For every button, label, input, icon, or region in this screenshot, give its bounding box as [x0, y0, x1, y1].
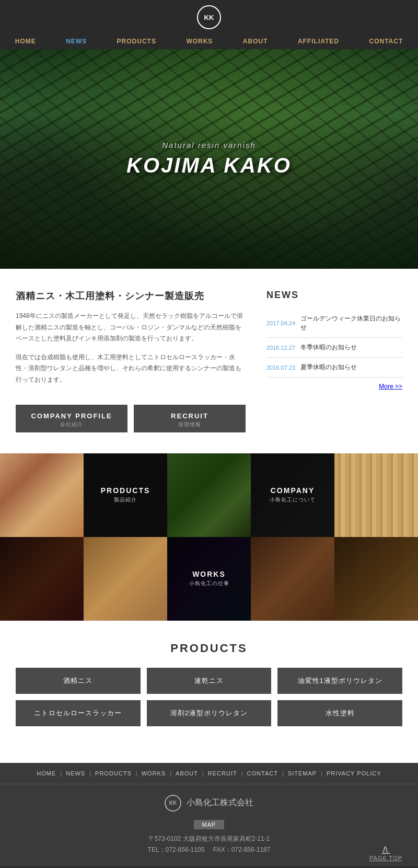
sep-2: |	[89, 770, 91, 776]
news-item-2: 2016.12.27 冬季休暇のお知らせ	[266, 338, 402, 358]
news-date-3: 2016.07.23	[266, 364, 295, 371]
sep-8: |	[321, 770, 322, 776]
product-item-1[interactable]: 酒精ニス	[16, 668, 141, 694]
left-column: 酒精ニス・木工用塗料・シンナー製造販売 1948年にニスの製造メーカーとして発足…	[16, 290, 246, 432]
company-heading: 酒精ニス・木工用塗料・シンナー製造販売	[16, 290, 246, 302]
products-label-sub: 製品紹介	[101, 496, 150, 504]
products-label: PRODUCTS 製品紹介	[101, 486, 150, 504]
grid-cell-products[interactable]: PRODUCTS 製品紹介	[84, 453, 167, 537]
footer-company-name: 小島化工株式会社	[187, 797, 253, 808]
nav-about[interactable]: ABOUT	[243, 38, 268, 45]
hero-title: KOJIMA KAKO	[126, 154, 292, 177]
footer-nav-products[interactable]: PRODUCTS	[95, 770, 132, 776]
map-badge[interactable]: MAP	[194, 820, 225, 829]
product-item-5[interactable]: 溶剤2液型ポリウレタン	[147, 700, 272, 726]
products-section: PRODUCTS 酒精ニス 速乾ニス 油変性1液型ポリウレタン ニトロセルロース…	[0, 621, 418, 747]
page-top-button[interactable]: ∧ PAGE TOP	[369, 842, 402, 861]
recruit-btn-label: RECRUIT	[171, 412, 208, 420]
page-top-arrow-icon: ∧	[369, 842, 402, 855]
footer-address: 〒573-0102 大阪府枚方市長尾家具町2-11-1 TEL：072-856-…	[10, 833, 408, 856]
footer-logo-text: KK	[169, 800, 177, 806]
grid-cell-lamp[interactable]	[334, 537, 418, 621]
news-date-1: 2017.04.24	[266, 320, 295, 326]
grid-cell-forest[interactable]	[167, 453, 251, 537]
grid-cell-stripe[interactable]	[334, 453, 418, 537]
footer-info: KK 小島化工株式会社 MAP 〒573-0102 大阪府枚方市長尾家具町2-1…	[0, 784, 418, 866]
footer-logo: KK	[165, 795, 181, 812]
footer-nav-sitemap[interactable]: SITEMAP	[288, 770, 317, 776]
footer-nav-works[interactable]: WORKS	[142, 770, 166, 776]
products-grid: 酒精ニス 速乾ニス 油変性1液型ポリウレタン ニトロセルロースラッカー 溶剤2液…	[16, 668, 402, 726]
footer-nav-about[interactable]: ABOUT	[176, 770, 198, 776]
company-profile-button[interactable]: COMPANY PROFILE 会社紹介	[16, 405, 127, 432]
sep-7: |	[282, 770, 284, 776]
recruit-button[interactable]: RECRUIT 採用情報	[134, 405, 246, 432]
grid-cell-table[interactable]	[84, 537, 167, 621]
hero-section: Natural resin varnish KOJIMA KAKO	[0, 49, 418, 269]
logo-text: KK	[204, 14, 214, 21]
grid-cell-violin[interactable]	[0, 537, 84, 621]
company-label-sub: 小島化工について	[270, 496, 316, 504]
products-heading: PRODUCTS	[16, 642, 402, 655]
profile-btn-sub: 会社紹介	[21, 421, 122, 428]
hero-subtitle: Natural resin varnish	[126, 141, 292, 150]
footer-nav: HOME | NEWS | PRODUCTS | WORKS | ABOUT |…	[0, 763, 418, 784]
news-text-1: ゴールデンウィーク休業日のお知らせ	[300, 314, 402, 332]
footer-logo-area: KK 小島化工株式会社	[10, 795, 408, 812]
grid-cell-wood[interactable]	[0, 453, 84, 537]
product-item-6[interactable]: 水性塗料	[277, 700, 402, 726]
news-text-3: 夏季休暇のお知らせ	[300, 363, 357, 372]
news-item-3: 2016.07.23 夏季休暇のお知らせ	[266, 358, 402, 378]
product-item-4[interactable]: ニトロセルロースラッカー	[16, 700, 141, 726]
right-column: NEWS 2017.04.24 ゴールデンウィーク休業日のお知らせ 2016.1…	[266, 290, 402, 432]
product-item-3[interactable]: 油変性1液型ポリウレタン	[277, 668, 402, 694]
nav-products[interactable]: PRODUCTS	[117, 38, 156, 45]
hero-content: Natural resin varnish KOJIMA KAKO	[126, 141, 292, 177]
footer-tel: TEL：072-856-1105	[148, 846, 205, 853]
product-item-2[interactable]: 速乾ニス	[147, 668, 272, 694]
grid-cell-curve[interactable]	[251, 537, 334, 621]
sep-3: |	[136, 770, 137, 776]
footer-nav-privacy[interactable]: PRIVACY POLICY	[327, 770, 381, 776]
site-header: KK HOME NEWS PRODUCTS WORKS ABOUT AFFILI…	[0, 0, 418, 49]
footer-nav-home[interactable]: HOME	[37, 770, 56, 776]
nav-works[interactable]: WORKS	[186, 38, 213, 45]
footer-nav-contact[interactable]: CONTACT	[247, 770, 278, 776]
image-grid: PRODUCTS 製品紹介 COMPANY 小島化工について WORKS 小島	[0, 453, 418, 621]
footer-nav-news[interactable]: NEWS	[66, 770, 85, 776]
news-text-2: 冬季休暇のお知らせ	[300, 343, 357, 352]
news-item-1: 2017.04.24 ゴールデンウィーク休業日のお知らせ	[266, 309, 402, 338]
works-label: WORKS 小島化工の仕事	[189, 570, 229, 587]
news-date-2: 2016.12.27	[266, 345, 295, 351]
nav-news[interactable]: NEWS	[66, 38, 87, 45]
body-text-2: 現在では合成樹脂も使用し、木工用塗料としてニトロセルロースラッカー・水性・溶剤型…	[16, 352, 246, 386]
profile-btn-label: COMPANY PROFILE	[31, 412, 112, 420]
news-more-link[interactable]: More >>	[379, 383, 402, 390]
recruit-btn-sub: 採用情報	[139, 421, 240, 428]
products-label-main: PRODUCTS	[101, 486, 150, 495]
footer-tel-fax: TEL：072-856-1105 FAX：072-856-1187	[10, 844, 408, 856]
nav-home[interactable]: HOME	[15, 38, 36, 45]
footer-address-line: 〒573-0102 大阪府枚方市長尾家具町2-11-1	[10, 833, 408, 845]
page-top-label: PAGE TOP	[369, 855, 402, 861]
main-section: 酒精ニス・木工用塗料・シンナー製造販売 1948年にニスの製造メーカーとして発足…	[0, 269, 418, 453]
sep-5: |	[202, 770, 204, 776]
body-text-1: 1948年にニスの製造メーカーとして発足し、天然セラック樹脂をアルコールで溶解し…	[16, 311, 246, 345]
footer-nav-recruit[interactable]: RECRUIT	[208, 770, 237, 776]
sep-4: |	[170, 770, 171, 776]
works-label-main: WORKS	[189, 570, 229, 578]
nav-affiliated[interactable]: AFFILIATED	[298, 38, 339, 45]
company-label: COMPANY 小島化工について	[270, 486, 316, 504]
sep-6: |	[241, 770, 243, 776]
grid-cell-company[interactable]: COMPANY 小島化工について	[251, 453, 334, 537]
works-label-sub: 小島化工の仕事	[189, 580, 229, 587]
nav-contact[interactable]: CONTACT	[369, 38, 403, 45]
sep-1: |	[60, 770, 62, 776]
company-label-main: COMPANY	[270, 486, 316, 495]
header-logo: KK	[197, 5, 221, 29]
news-heading: NEWS	[266, 290, 402, 301]
footer-fax: FAX：072-856-1187	[213, 846, 270, 853]
main-nav: HOME NEWS PRODUCTS WORKS ABOUT AFFILIATE…	[0, 33, 418, 49]
grid-cell-works[interactable]: WORKS 小島化工の仕事	[167, 537, 251, 621]
